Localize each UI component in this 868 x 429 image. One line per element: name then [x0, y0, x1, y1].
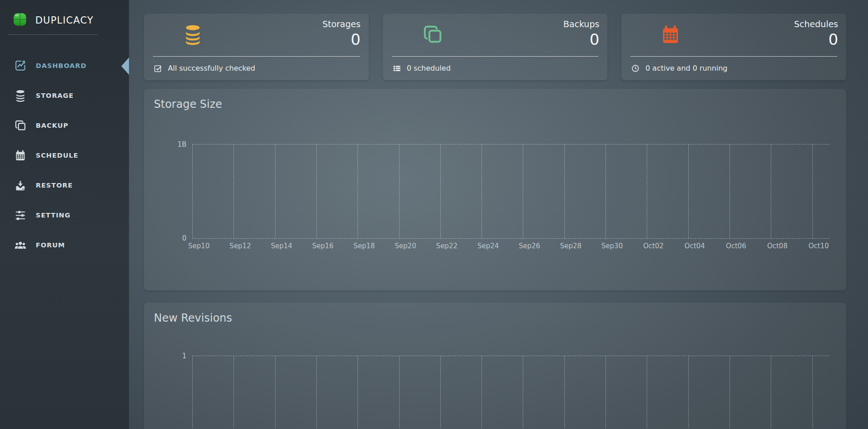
grid-line	[192, 356, 193, 429]
card-title: Schedules	[794, 18, 838, 30]
x-axis-tick: Oct04	[685, 242, 705, 250]
grid-line	[234, 145, 234, 238]
card-footer-text: 0 scheduled	[407, 64, 451, 72]
storage-size-chart: Sep10Sep12Sep14Sep16Sep18Sep20Sep22Sep24…	[192, 144, 830, 239]
sidebar-item-storage[interactable]: STORAGE	[0, 81, 129, 111]
dashboard-icon	[13, 59, 28, 72]
list-icon	[393, 64, 401, 72]
x-axis-tick: Sep28	[560, 242, 582, 250]
sidebar-divider	[8, 34, 97, 35]
y-axis-tick: 0	[182, 234, 186, 242]
x-axis-tick: Sep22	[436, 242, 458, 250]
check-square-icon	[154, 64, 162, 72]
backups-card-stats: Backups 0	[563, 18, 600, 48]
sidebar: DUPLICACY DASHBOARD S	[0, 0, 129, 429]
grid-line	[771, 356, 771, 429]
schedule-icon	[13, 149, 28, 162]
grid-line	[399, 145, 400, 238]
y-axis-tick: 1	[182, 352, 186, 360]
x-axis-tick: Sep10	[188, 242, 210, 250]
schedules-card[interactable]: Schedules 0 0 active and 0 running	[621, 14, 846, 80]
grid-line	[440, 145, 441, 238]
grid-line	[275, 145, 276, 238]
grid-line	[523, 356, 523, 429]
grid-line	[730, 356, 730, 429]
x-axis-tick: Sep24	[477, 242, 499, 250]
grid-line	[730, 145, 730, 238]
card-title: Backups	[563, 18, 600, 30]
grid-line	[606, 356, 606, 429]
x-axis-tick: Oct02	[643, 242, 663, 250]
grid-line	[482, 145, 482, 238]
grid-line	[275, 356, 276, 429]
card-footer-text: 0 active and 0 running	[645, 64, 727, 72]
schedules-card-stats: Schedules 0	[794, 18, 838, 48]
grid-line	[440, 356, 441, 429]
storages-card-footer: All successfully checked	[144, 57, 369, 80]
x-axis-tick: Sep12	[229, 242, 251, 250]
new-revisions-chart: 1	[192, 356, 830, 429]
grid-line	[688, 145, 689, 238]
grid-line	[564, 145, 565, 238]
storage-icon	[13, 89, 28, 102]
grid-line	[647, 356, 647, 429]
sidebar-nav: DASHBOARD STORAGE BACKUP	[0, 51, 129, 260]
grid-line	[647, 145, 647, 238]
card-value: 0	[563, 30, 600, 48]
grid-line	[234, 356, 234, 429]
grid-line	[606, 145, 606, 238]
y-axis-tick: 1B	[177, 140, 186, 149]
x-axis-tick: Sep14	[271, 242, 292, 250]
grid-line	[192, 145, 193, 238]
x-axis-tick: Sep30	[601, 242, 623, 250]
x-axis-tick: Sep18	[353, 242, 375, 250]
sidebar-item-schedule[interactable]: SCHEDULE	[0, 140, 129, 170]
grid-line	[771, 145, 771, 238]
grid-line	[358, 145, 358, 238]
storage-size-title: Storage Size	[154, 98, 222, 111]
logo-row: DUPLICACY	[0, 0, 129, 34]
grid-line	[358, 356, 358, 429]
card-footer-text: All successfully checked	[168, 64, 255, 72]
grid-line	[482, 356, 482, 429]
active-item-marker	[121, 58, 129, 75]
backups-card-top: Backups 0	[383, 14, 608, 52]
grid-line	[688, 356, 689, 429]
grid-line	[564, 356, 565, 429]
sidebar-item-forum[interactable]: FORUM	[0, 230, 129, 260]
sidebar-item-label: DASHBOARD	[36, 62, 86, 69]
sidebar-item-setting[interactable]: SETTING	[0, 200, 129, 230]
new-revisions-title: New Revisions	[154, 312, 232, 324]
storages-card[interactable]: Storages 0 All successfully checked	[144, 14, 369, 80]
card-value: 0	[794, 30, 838, 48]
schedules-card-top: Schedules 0	[621, 14, 846, 52]
sidebar-item-restore[interactable]: RESTORE	[0, 170, 129, 200]
card-value: 0	[322, 30, 360, 48]
grid-line	[316, 356, 317, 429]
database-icon	[183, 24, 203, 48]
new-revisions-panel: New Revisions 1	[144, 303, 846, 429]
setting-icon	[13, 209, 28, 222]
sidebar-item-dashboard[interactable]: DASHBOARD	[0, 51, 129, 81]
grid-line	[812, 145, 813, 238]
forum-icon	[13, 239, 28, 251]
grid-line	[399, 356, 400, 429]
x-axis-tick: Sep26	[519, 242, 540, 250]
sidebar-item-backup[interactable]: BACKUP	[0, 111, 129, 140]
x-axis-tick: Oct10	[808, 242, 829, 250]
x-axis-tick: Oct08	[767, 242, 787, 250]
sidebar-item-label: SCHEDULE	[36, 152, 78, 159]
sidebar-item-label: RESTORE	[36, 182, 73, 189]
main-content: Storages 0 All successfully checked	[129, 0, 868, 429]
sidebar-item-label: FORUM	[36, 241, 65, 249]
summary-cards-row: Storages 0 All successfully checked	[144, 14, 846, 80]
restore-icon	[13, 179, 28, 192]
card-title: Storages	[322, 18, 360, 30]
sidebar-item-label: SETTING	[36, 212, 71, 219]
duplicacy-logo-icon	[12, 11, 28, 29]
x-axis-tick: Oct06	[726, 242, 746, 250]
backups-card[interactable]: Backups 0 0 scheduled	[383, 14, 608, 80]
sidebar-item-label: STORAGE	[36, 92, 74, 99]
backups-card-footer: 0 scheduled	[383, 57, 608, 80]
storages-card-top: Storages 0	[144, 14, 369, 52]
